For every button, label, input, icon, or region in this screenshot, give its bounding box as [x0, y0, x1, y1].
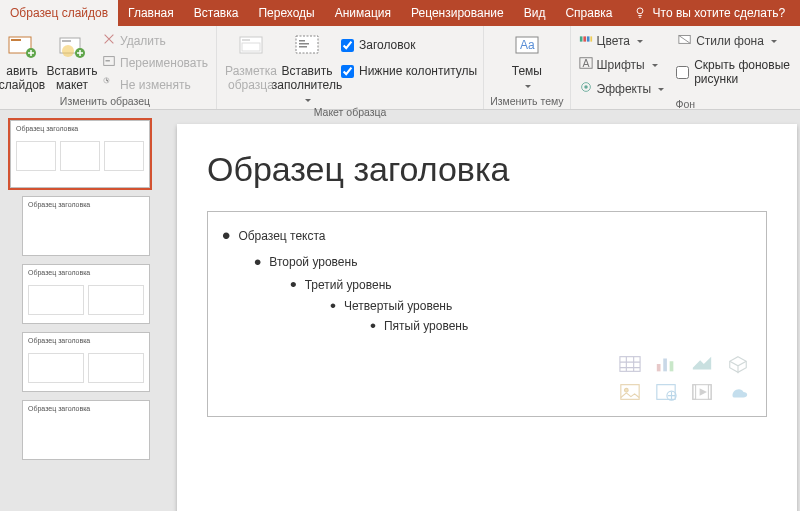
hide-background-checkbox[interactable]: Скрыть фоновые рисунки	[676, 56, 794, 88]
svg-rect-39	[708, 385, 711, 400]
svg-rect-33	[621, 385, 639, 400]
footers-checkbox[interactable]: Нижние колонтитулы	[341, 62, 477, 80]
tab-slide-master[interactable]: Образец слайдов	[0, 0, 118, 26]
thumbnail-layout[interactable]: Образец заголовка	[22, 264, 150, 324]
svg-rect-35	[657, 385, 675, 400]
insert-slide-master-label: авить слайдов	[0, 65, 45, 93]
title-checkbox-input[interactable]	[341, 39, 354, 52]
insert-slide-master-button[interactable]: авить слайдов	[0, 28, 44, 93]
master-layout-icon	[235, 31, 267, 63]
group-background: Цвета A Шрифты Эффекты Стили фона	[571, 26, 800, 109]
insert-layout-icon	[56, 31, 88, 63]
thumbnail-title: Образец заголовка	[28, 405, 144, 412]
title-checkbox-label: Заголовок	[359, 38, 415, 52]
rename-icon	[102, 54, 116, 71]
insert-layout-label: Вставить макет	[47, 65, 98, 93]
svg-rect-12	[242, 39, 250, 41]
svg-text:Aa: Aa	[520, 38, 535, 52]
thumbnail-layout[interactable]: Образец заголовка	[22, 400, 150, 460]
bullet-level-1[interactable]: Образец текста	[222, 222, 752, 250]
footers-checkbox-label: Нижние колонтитулы	[359, 64, 477, 78]
group-edit-master: авить слайдов Вставить макет Удалить Пер…	[0, 26, 217, 109]
bullet-level-4[interactable]: Четвертый уровень	[330, 296, 752, 316]
insert-video-icon[interactable]	[690, 382, 714, 402]
tab-home[interactable]: Главная	[118, 0, 184, 26]
colors-button[interactable]: Цвета	[577, 31, 667, 50]
tab-help[interactable]: Справка	[555, 0, 622, 26]
bullet-level-2[interactable]: Второй уровень	[254, 250, 752, 274]
svg-rect-5	[62, 40, 71, 42]
insert-picture-icon[interactable]	[618, 382, 642, 402]
tell-me-search[interactable]: Что вы хотите сделать?	[623, 5, 796, 22]
tab-insert[interactable]: Вставка	[184, 0, 249, 26]
content-placeholder[interactable]: Образец текста Второй уровень Третий уро…	[207, 211, 767, 417]
thumbnail-title: Образец заголовка	[28, 269, 144, 276]
tab-transitions[interactable]: Переходы	[248, 0, 324, 26]
insert-smartart-icon[interactable]	[690, 354, 714, 374]
master-layout-label: Разметка образца	[225, 65, 277, 93]
slide-master-icon	[6, 31, 38, 63]
preserve-label: Не изменять	[120, 78, 191, 92]
tab-review[interactable]: Рецензирование	[401, 0, 514, 26]
insert-layout-button[interactable]: Вставить макет	[44, 28, 100, 93]
tab-view[interactable]: Вид	[514, 0, 556, 26]
svg-rect-16	[299, 43, 309, 45]
background-styles-button[interactable]: Стили фона	[676, 31, 794, 50]
master-layout-button[interactable]: Разметка образца	[223, 28, 279, 93]
slide-canvas[interactable]: Образец заголовка Образец текста Второй …	[160, 110, 800, 511]
thumbnail-title: Образец заголовка	[28, 201, 144, 208]
group-master-layout: Разметка образца Вставить заполнитель За…	[217, 26, 484, 109]
thumbnail-layout[interactable]: Образец заголовка	[22, 196, 150, 256]
svg-point-6	[62, 45, 74, 57]
insert-online-picture-icon[interactable]	[654, 382, 678, 402]
svg-rect-15	[299, 40, 305, 42]
svg-point-34	[625, 388, 629, 392]
group-edit-theme-label: Изменить тему	[490, 95, 563, 109]
delete-label: Удалить	[120, 34, 166, 48]
effects-button[interactable]: Эффекты	[577, 79, 667, 98]
insert-3d-model-icon[interactable]	[726, 354, 750, 374]
thumbnail-layout[interactable]: Образец заголовка	[22, 332, 150, 392]
fonts-label: Шрифты	[597, 58, 645, 72]
bullet-level-5[interactable]: Пятый уровень	[370, 316, 752, 336]
svg-rect-21	[583, 36, 586, 41]
rename-button[interactable]: Переименовать	[100, 53, 210, 72]
insert-table-icon[interactable]	[618, 354, 642, 374]
insert-icon-icon[interactable]	[726, 382, 750, 402]
title-checkbox[interactable]: Заголовок	[341, 36, 477, 54]
svg-rect-20	[579, 36, 582, 41]
preserve-button[interactable]: Не изменять	[100, 75, 210, 94]
ribbon-tab-bar: Образец слайдов Главная Вставка Переходы…	[0, 0, 800, 26]
svg-rect-32	[670, 361, 674, 371]
tell-me-placeholder: Что вы хотите сделать?	[653, 6, 786, 20]
colors-icon	[579, 32, 593, 49]
thumbnail-title: Образец заголовка	[16, 125, 144, 132]
chevron-down-icon	[302, 92, 311, 106]
themes-label: Темы	[512, 65, 542, 93]
delete-button[interactable]: Удалить	[100, 31, 210, 50]
preserve-icon	[102, 76, 116, 93]
svg-rect-9	[106, 60, 110, 61]
tab-animations[interactable]: Анимация	[325, 0, 401, 26]
insert-chart-icon[interactable]	[654, 354, 678, 374]
svg-rect-22	[586, 36, 589, 41]
fonts-button[interactable]: A Шрифты	[577, 55, 667, 74]
hide-background-checkbox-input[interactable]	[676, 66, 689, 79]
svg-rect-29	[620, 357, 640, 372]
thumbnail-title: Образец заголовка	[28, 337, 144, 344]
title-placeholder[interactable]: Образец заголовка	[207, 150, 767, 189]
svg-rect-2	[11, 39, 21, 41]
insert-placeholder-label: Вставить заполнитель	[272, 65, 342, 106]
thumbnail-panel[interactable]: Образец заголовка Образец заголовка Обра…	[0, 110, 160, 511]
slide-master[interactable]: Образец заголовка Образец текста Второй …	[177, 124, 797, 511]
delete-icon	[102, 32, 116, 49]
background-styles-label: Стили фона	[696, 34, 764, 48]
themes-button[interactable]: Aa Темы	[503, 28, 551, 93]
footers-checkbox-input[interactable]	[341, 65, 354, 78]
svg-rect-38	[693, 385, 696, 400]
colors-label: Цвета	[597, 34, 630, 48]
insert-placeholder-button[interactable]: Вставить заполнитель	[279, 28, 335, 106]
thumbnail-master[interactable]: Образец заголовка	[10, 120, 150, 188]
bullet-level-3[interactable]: Третий уровень	[290, 274, 752, 296]
svg-rect-23	[590, 36, 592, 41]
